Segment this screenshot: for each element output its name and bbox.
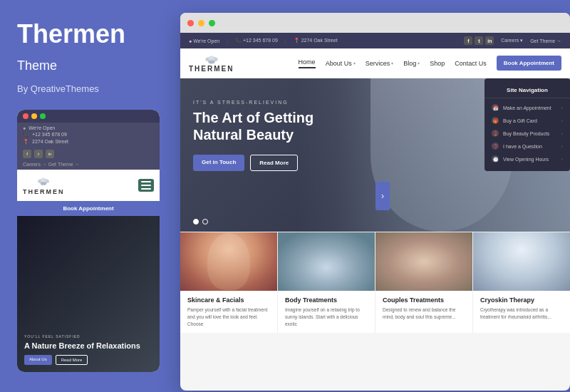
nav-panel-beauty-products[interactable]: 💄 Buy Beauty Products › [484,127,570,140]
svg-point-3 [41,177,46,182]
topbar-open: ● We're Open [189,38,219,43]
site-nav-links: Home About Us ▾ Services ▾ Blog ▾ Shop C… [299,58,487,68]
service-card-couples: Couples Treatments Designed to renew and… [375,232,473,333]
hero-tag: IT'S A STRESS-RELIEVING [193,100,314,105]
mobile-social-row: f t in [17,148,160,160]
twitter-icon-mobile: t [34,150,43,158]
mobile-open-status: ● We're Open [23,125,154,130]
hero-title: The Art of Getting Natural Beauty [193,109,314,143]
topbar-address: 📍 2274 Oak Street [294,38,338,43]
body-card-body: Body Treatments Imagine yourself on a re… [278,291,375,333]
cryo-card-body: Cryoskin Therapy Cryotherapy was introdu… [473,291,570,326]
hamburger-menu[interactable] [138,179,154,192]
svg-point-7 [209,56,214,60]
site-logo: THERMEN [189,53,234,73]
mobile-nav: THERMEN [17,170,160,201]
clock-icon: 🕐 [492,155,499,163]
gift-icon: 🎁 [492,117,499,124]
hero-slider-dots [193,219,208,225]
body-treatments-desc: Imagine yourself on a relaxing trip to s… [285,306,368,327]
mobile-book-button[interactable]: Book Appointment [17,201,160,216]
site-navbar: THERMEN Home About Us ▾ Services ▾ Blog … [180,48,570,78]
browser-dot-yellow [198,20,204,26]
question-icon: ❓ [492,143,499,150]
nav-panel-appointment[interactable]: 📅 Make an Appointment › [484,101,570,114]
nav-panel-arrow-1: › [561,105,563,110]
couples-card-body: Couples Treatments Designed to renew and… [375,291,472,326]
mobile-about-btn[interactable]: About Us [24,355,52,365]
service-card-cryo: Cryoskin Therapy Cryotherapy was introdu… [473,232,570,333]
lotus-icon [203,53,220,65]
mobile-logo: THERMEN [23,175,65,195]
twitter-icon[interactable]: t [475,36,483,45]
lotus-icon-mobile [36,175,51,187]
nav-shop[interactable]: Shop [430,60,445,67]
topbar-phone: 📞 +12 345 678 09 [235,38,278,43]
mobile-preview-card: ● We're Open 📞 +12 345 678 09 📍 2274 Oak… [17,110,160,372]
mobile-hero-btns: About Us Read More [24,355,152,365]
dot-yellow [31,113,37,119]
nav-blog[interactable]: Blog ▾ [403,60,420,67]
linkedin-icon[interactable]: in [485,36,494,45]
skincare-image [180,232,277,291]
brand-by: By QreativeThemes [17,83,160,94]
social-icons-row: f t in [464,36,494,45]
hero-dot-2[interactable] [202,219,208,225]
service-card-body-treatments: Body Treatments Imagine yourself on a re… [278,232,375,333]
topbar-get-theme[interactable]: Get Theme → [530,38,561,43]
facebook-icon-mobile: f [23,150,31,158]
hamburger-line-2 [141,185,151,186]
hero-dot-1[interactable] [193,219,199,225]
browser-dot-green [209,20,215,26]
nav-about[interactable]: About Us ▾ [326,60,356,67]
mobile-hero: YOU'LL FEEL SATISFIED A Nature Breeze of… [17,216,160,372]
browser-titlebar [180,13,570,33]
left-panel: Thermen Theme By QreativeThemes ● We're … [0,0,177,392]
mobile-careers-row: Careers → Get Theme → [17,160,160,170]
nav-panel-arrow-4: › [561,144,563,149]
couples-desc: Designed to renew and balance the mind, … [383,306,465,321]
nav-contact[interactable]: Contact Us [455,60,487,67]
service-cards-section: Skincare & Facials Pamper yourself with … [180,232,570,333]
facebook-icon[interactable]: f [464,36,472,45]
topbar-careers[interactable]: Careers ▾ [501,38,523,43]
mobile-hero-tag: YOU'LL FEEL SATISFIED [24,334,152,339]
topbar-right: f t in Careers ▾ Get Theme → [464,36,561,45]
skincare-card-body: Skincare & Facials Pamper yourself with … [180,291,277,333]
nav-services[interactable]: Services ▾ [366,60,394,67]
body-treatments-title: Body Treatments [285,296,368,304]
nav-panel-gift-card[interactable]: 🎁 Buy a Gift Card › [484,114,570,127]
nav-panel-arrow-3: › [561,131,563,136]
body-treatments-image [278,232,375,291]
cryo-desc: Cryotherapy was introduced as a treatmen… [480,306,563,321]
brand-subtitle: Theme [17,58,160,73]
wifi-icon: ● [23,125,26,130]
read-more-button[interactable]: Read More [250,155,298,171]
browser-dot-red [187,20,194,26]
book-appointment-button[interactable]: Book Appointment [497,56,561,71]
skincare-desc: Pamper yourself with a facial treatment … [187,306,270,327]
mobile-topbar [17,110,160,123]
beauty-icon: 💄 [492,130,499,137]
nav-panel-arrow-2: › [561,118,563,123]
location-icon: 📍 [23,139,29,145]
get-in-touch-button[interactable]: Get in Touch [193,155,244,171]
mobile-read-more-btn[interactable]: Read More [56,355,88,365]
site-logo-text: THERMEN [189,65,234,73]
nav-panel-opening-hours[interactable]: 🕐 View Opening Hours › [484,153,570,165]
topbar-sep2: | [285,38,286,43]
site-topbar: ● We're Open | 📞 +12 345 678 09 | 📍 2274… [180,33,570,48]
nav-panel-question[interactable]: ❓ I have a Question › [484,140,570,153]
mobile-address: 📍 2274 Oak Street [23,139,154,145]
nav-home[interactable]: Home [299,58,316,68]
dot-red [23,113,28,119]
site-navigation-panel: Site Navigation 📅 Make an Appointment › … [484,78,570,171]
mobile-phone: 📞 +12 345 678 09 [23,132,154,138]
brand-title: Thermen [17,20,160,48]
linkedin-icon-mobile: in [46,150,54,158]
right-arrow-button[interactable]: › [375,182,390,210]
appointment-icon: 📅 [492,104,499,111]
cryo-image [473,232,570,291]
skincare-title: Skincare & Facials [187,296,270,304]
hamburger-line-1 [141,181,151,182]
